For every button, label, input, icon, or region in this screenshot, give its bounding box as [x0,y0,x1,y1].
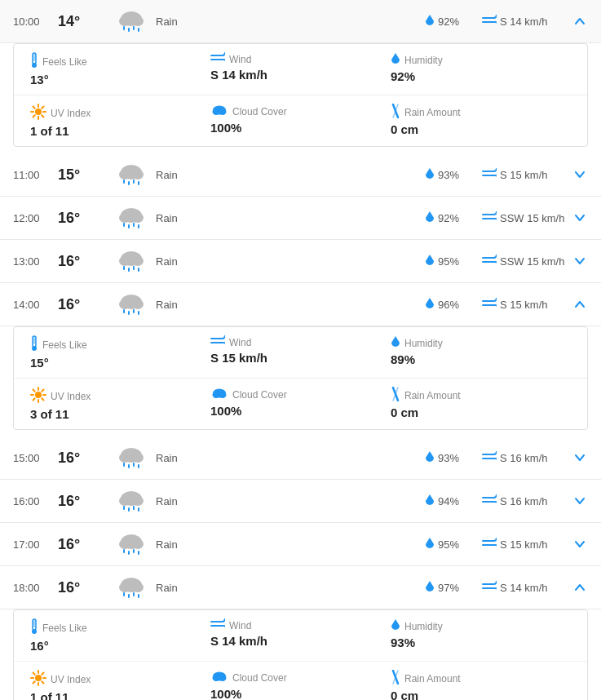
chevron-icon[interactable] [572,538,588,550]
hour-row[interactable]: 12:00 16° Rain 92% SSW 15 km/h [0,197,601,240]
rain-cloud-icon [107,162,156,188]
svg-rect-97 [133,506,135,510]
time: 18:00 [13,582,58,594]
feels-like-item: Feels Like 16° [30,618,210,653]
condition: Rain [156,582,229,594]
cloud-item: Cloud Cover 100% [210,104,391,138]
svg-line-77 [33,398,35,400]
rain-amount-item: Rain Amount 0 cm [391,104,571,138]
svg-rect-60 [133,309,135,313]
humidity-icon [425,494,435,509]
chevron-icon[interactable] [572,495,588,507]
hour-row[interactable]: 10:00 14° Rain 92% S 14 km/h [0,0,601,43]
hour-row[interactable]: 15:00 16° Rain 93% S 16 km/h [0,436,601,480]
humidity: 92% [425,210,482,226]
rain-amount-item: Rain Amount 0 cm [391,387,571,421]
humidity: 94% [425,494,482,509]
feels-like-label: Feels Like [30,618,210,637]
condition: Rain [156,212,229,224]
svg-point-1 [119,16,130,26]
uv-label: UV Index [30,387,210,405]
svg-point-65 [32,346,37,351]
chevron-icon[interactable] [572,452,588,463]
humidity-detail-value: 92% [391,69,571,83]
hour-row[interactable]: 14:00 16° Rain 96% S 15 km/h [0,283,601,326]
humidity-detail-item: Humidity 89% [391,335,571,370]
cloud-icon [210,104,228,119]
svg-point-25 [219,109,227,115]
uv-item: UV Index 3 of 11 [30,387,210,421]
cloud-label: Cloud Cover [210,104,391,119]
svg-point-84 [119,453,130,463]
svg-line-131 [42,673,43,675]
wind-detail-item: Wind S 14 km/h [210,618,391,653]
detail-row-top: Feels Like 15° Wind S 15 km/h [14,327,587,378]
svg-point-48 [132,256,144,266]
chevron-icon[interactable] [572,582,588,593]
hour-row[interactable]: 16:00 16° Rain 94% S 16 km/h [0,480,601,523]
cloud-label: Cloud Cover [210,387,391,402]
detail-panel: Feels Like 16° Wind S 14 km/h [13,609,588,700]
feels-like-label: Feels Like [30,335,210,354]
humidity: 97% [425,580,482,596]
chevron-icon[interactable] [572,212,588,224]
wind: S 14 km/h [482,15,572,29]
wind: S 15 km/h [482,298,572,312]
detail-row-bottom: UV Index 1 of 11 Cloud Cover 100% [14,661,587,700]
chevron-icon[interactable] [572,299,588,310]
wind: S 16 km/h [482,451,572,465]
wind-detail-value: S 14 km/h [210,634,391,648]
wind-icon [482,168,497,182]
humidity-detail-item: Humidity 93% [391,618,571,653]
chevron-icon[interactable] [572,255,588,267]
wind-detail-icon [210,52,225,66]
thermometer-icon [30,335,38,354]
time: 13:00 [13,255,58,268]
svg-point-79 [213,392,220,398]
svg-line-21 [42,107,43,109]
hour-row[interactable]: 11:00 15° Rain 93% S 15 km/h [0,153,601,197]
svg-point-56 [119,299,130,309]
svg-rect-105 [128,551,130,555]
rain-cloud-icon [107,248,156,274]
chevron-icon[interactable] [572,169,588,180]
svg-line-22 [33,115,35,117]
svg-rect-106 [133,549,135,553]
hour-row[interactable]: 18:00 16° Rain 97% S 14 km/h [0,566,601,609]
uv-label: UV Index [30,670,210,689]
condition: Rain [156,299,229,311]
cloud-icon [210,670,228,685]
wind-icon [482,494,497,508]
rain-amount-label: Rain Amount [391,670,571,687]
rain-cloud-icon [107,574,156,600]
condition: Rain [156,169,229,181]
svg-line-130 [42,681,43,683]
svg-point-85 [132,453,144,463]
rain-cloud-icon [107,488,156,514]
hour-row[interactable]: 17:00 16° Rain 95% S 15 km/h [0,523,601,566]
chevron-icon[interactable] [572,16,588,27]
condition: Rain [156,16,229,28]
svg-rect-114 [128,594,130,598]
feels-like-item: Feels Like 15° [30,335,210,370]
humidity-icon [425,450,435,466]
rain-cloud-icon [107,8,156,34]
time: 11:00 [13,169,58,181]
humidity: 93% [425,450,482,466]
rain-amount-icon [391,104,400,121]
humidity-icon [425,14,435,29]
svg-rect-52 [138,268,139,272]
hour-row[interactable]: 13:00 16° Rain 95% SSW 15 km/h [0,240,601,283]
detail-panel: Feels Like 15° Wind S 15 km/h [13,326,588,430]
temperature: 16° [58,253,107,270]
temperature: 14° [58,13,107,30]
svg-point-124 [35,675,42,681]
thermometer-icon [30,52,38,71]
thermometer-icon [30,618,38,637]
uv-value: 1 of 11 [30,124,210,138]
humidity-icon [425,580,435,596]
svg-rect-107 [138,551,139,555]
uv-item: UV Index 1 of 11 [30,670,210,700]
humidity-detail-label: Humidity [391,52,571,68]
svg-rect-98 [138,507,139,512]
